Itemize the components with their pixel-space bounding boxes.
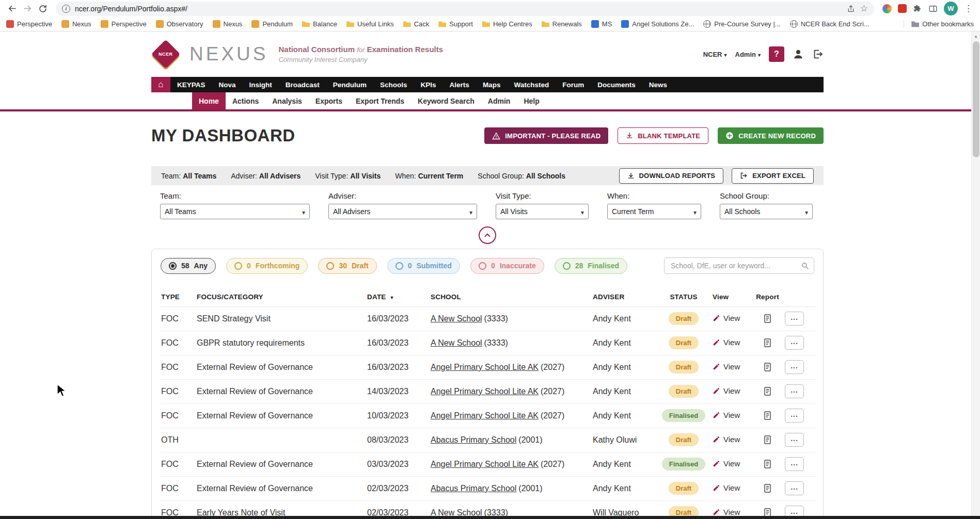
col-status[interactable]: STATUS (655, 288, 712, 306)
home-icon[interactable] (151, 77, 170, 92)
forward-icon[interactable] (20, 2, 35, 16)
site-info-icon[interactable] (62, 5, 70, 13)
view-link[interactable]: View (713, 508, 740, 516)
collapse-filters-button[interactable] (479, 226, 496, 244)
bookmark-item[interactable]: Nexus (213, 20, 243, 28)
admin-menu[interactable]: Admin (735, 51, 761, 58)
filter-select[interactable]: All Advisers (328, 204, 477, 219)
bookmark-item[interactable]: Support (438, 20, 473, 28)
blank-template-button[interactable]: BLANK TEMPLATE (618, 127, 708, 144)
school-link[interactable]: A New School (431, 314, 482, 323)
school-link[interactable]: Angel Primary School Lite AK (431, 460, 539, 468)
bookmark-item[interactable]: Perspective (6, 20, 52, 28)
report-icon[interactable] (751, 313, 784, 324)
bookmark-item[interactable]: MS (591, 20, 612, 28)
search-icon[interactable] (801, 262, 809, 270)
help-button[interactable]: ? (769, 46, 784, 62)
main-nav-item[interactable]: KEYPAS (170, 77, 212, 92)
status-filter-pill[interactable]: 58 Any (161, 258, 216, 274)
logout-button[interactable] (812, 48, 824, 60)
main-nav-item[interactable]: Nova (212, 77, 243, 92)
status-filter-pill[interactable]: 0 Submitted (387, 258, 460, 274)
bookmark-item[interactable]: Cack (403, 20, 430, 28)
row-actions-button[interactable] (785, 312, 804, 326)
scrollbar-track[interactable] (971, 31, 980, 519)
extensions-puzzle-icon[interactable] (913, 4, 922, 13)
bookmark-item[interactable]: Renewals (542, 20, 582, 28)
main-nav-item[interactable]: Forum (556, 77, 591, 92)
report-icon[interactable] (751, 459, 784, 469)
main-nav-item[interactable]: Broadcast (279, 77, 326, 92)
bookmark-item[interactable]: Observatory (156, 20, 203, 28)
export-excel-button[interactable]: EXPORT EXCEL (732, 168, 814, 184)
row-actions-button[interactable] (785, 433, 804, 447)
bookmark-item[interactable]: Pre-Course Survey |... (703, 20, 780, 28)
bookmark-item[interactable]: Pendulum (251, 20, 293, 28)
status-filter-pill[interactable]: 0 Inaccurate (470, 258, 544, 274)
side-panel-icon[interactable] (928, 4, 938, 13)
filter-select[interactable]: All Schools (720, 204, 813, 219)
report-icon[interactable] (751, 483, 784, 494)
reload-icon[interactable] (35, 2, 51, 16)
sub-nav-item[interactable]: Analysis (265, 92, 309, 109)
scrollbar-thumb[interactable] (973, 41, 979, 157)
view-link[interactable]: View (713, 314, 740, 322)
download-reports-button[interactable]: DOWNLOAD REPORTS (619, 168, 724, 184)
report-icon[interactable] (751, 337, 784, 348)
report-icon[interactable] (751, 410, 784, 421)
search-input[interactable] (664, 257, 814, 274)
school-link[interactable]: Abacus Primary School (431, 484, 516, 493)
status-filter-pill[interactable]: 0 Forthcoming (226, 258, 308, 274)
browser-menu-icon[interactable] (964, 4, 973, 13)
bookmark-item[interactable]: Useful Links (346, 20, 394, 28)
row-actions-button[interactable] (785, 457, 804, 471)
bookmark-item[interactable]: Balance (302, 20, 337, 28)
account-button[interactable] (793, 48, 804, 60)
main-nav-item[interactable]: Pendulum (326, 77, 373, 92)
view-link[interactable]: View (713, 459, 740, 468)
sub-nav-item[interactable]: Exports (309, 92, 349, 109)
row-actions-button[interactable] (785, 384, 804, 398)
filter-select[interactable]: Current Term (607, 204, 701, 219)
profile-avatar[interactable]: W (944, 2, 958, 15)
main-nav-item[interactable]: Documents (591, 77, 642, 92)
report-icon[interactable] (751, 434, 784, 445)
bookmark-item[interactable]: Angel Solutions Ze... (621, 20, 694, 28)
sub-nav-item[interactable]: Export Trends (349, 92, 411, 109)
main-nav-item[interactable]: KPIs (414, 77, 443, 92)
bookmark-item[interactable]: NCER Back End Scri... (790, 20, 870, 28)
row-actions-button[interactable] (785, 360, 804, 374)
school-link[interactable]: A New School (431, 338, 482, 347)
view-link[interactable]: View (713, 338, 740, 347)
bookmark-star-icon[interactable] (860, 3, 868, 14)
other-bookmarks[interactable]: Other bookmarks (904, 20, 974, 28)
report-icon[interactable] (751, 386, 784, 397)
main-nav-item[interactable]: Maps (476, 77, 508, 92)
url-text[interactable]: ncer.org/Pendulum/Portfolio.aspx#/ (75, 5, 842, 13)
share-icon[interactable] (847, 5, 855, 13)
row-actions-button[interactable] (785, 481, 804, 495)
sub-nav-item[interactable]: Keyword Search (411, 92, 481, 109)
address-bar[interactable]: ncer.org/Pendulum/Portfolio.aspx#/ (56, 2, 874, 16)
bookmark-item[interactable]: Perspective (101, 20, 147, 28)
school-link[interactable]: Angel Primary School Lite AK (431, 363, 539, 371)
view-link[interactable]: View (713, 483, 740, 492)
report-icon[interactable] (751, 362, 784, 372)
extension-red-icon[interactable] (898, 4, 907, 13)
main-nav-item[interactable]: Watchsted (507, 77, 556, 92)
col-type[interactable]: TYPE (161, 288, 196, 306)
view-link[interactable]: View (713, 435, 740, 444)
bookmark-item[interactable]: Nexus (61, 20, 91, 28)
back-icon[interactable] (4, 2, 20, 16)
status-filter-pill[interactable]: 30 Draft (318, 258, 376, 274)
school-link[interactable]: Abacus Primary School (431, 435, 516, 444)
filter-select[interactable]: All Teams (160, 204, 310, 219)
row-actions-button[interactable] (785, 409, 804, 423)
main-nav-item[interactable]: News (642, 77, 674, 92)
main-nav-item[interactable]: Insight (243, 77, 279, 92)
col-date[interactable]: DATE (367, 288, 430, 306)
status-filter-pill[interactable]: 28 Finalised (555, 258, 627, 274)
extension-color-icon[interactable] (882, 4, 892, 13)
school-link[interactable]: Angel Primary School Lite AK (431, 411, 539, 420)
ncer-logo[interactable]: NCER (151, 40, 181, 69)
